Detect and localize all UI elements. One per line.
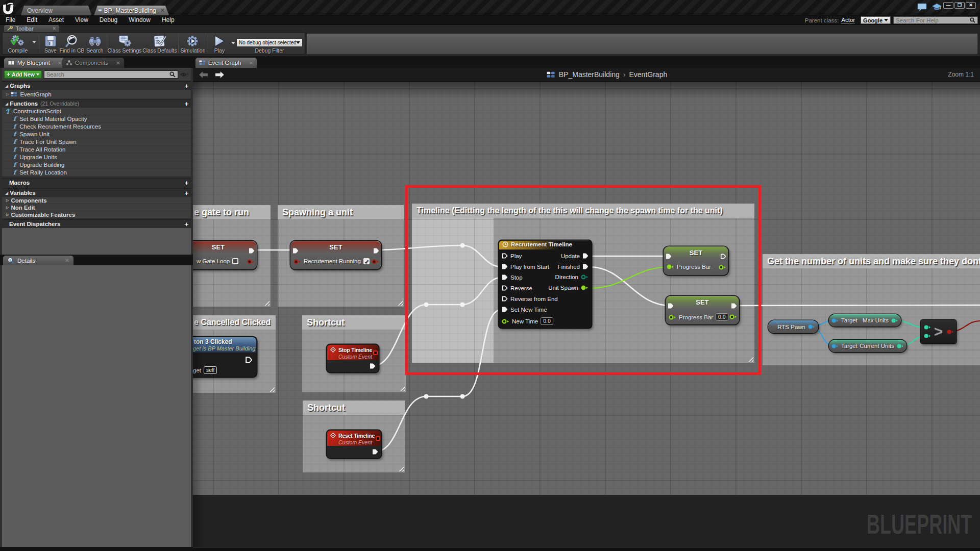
variable-category-customizable[interactable]: ▷Customizable Features [2,211,191,218]
window-tab-overview[interactable]: Overview [21,6,91,15]
tab-components[interactable]: Components ✕ [62,58,124,68]
exec-out-pin[interactable] [731,303,737,309]
expand-arrow-icon[interactable]: ▷ [6,92,9,96]
add-variable-button[interactable]: + [184,189,188,197]
node-set-progress-bar-2[interactable]: SET Progress Bar 0.0 [666,296,739,324]
exec-in-set-new-time[interactable]: Set New Time [502,306,547,313]
variable-category-non-edit[interactable]: ▷Non Edit [2,204,191,211]
expand-arrow-icon[interactable]: ▷ [6,213,9,217]
node-button-3-clicked[interactable]: ton 3 Clicked get is BP Master Building … [193,337,257,377]
debug-object-select[interactable]: No debug object selected [236,38,303,47]
menu-window[interactable]: Window [123,16,156,23]
node-get-max-units[interactable]: Target Max Units [829,314,901,327]
play-button[interactable]: Play [209,34,230,54]
menu-asset[interactable]: Asset [43,16,69,23]
section-variables[interactable]: ◢ Variables + [2,188,191,197]
play-options-chevron[interactable] [231,42,235,44]
exec-in-stop[interactable]: Stop [502,274,523,281]
class-defaults-button[interactable]: Class Defaults [142,34,177,54]
add-macro-button[interactable]: + [184,179,188,187]
float-out-unit-spawn[interactable]: Unit Spawn [548,285,589,291]
node-get-current-units[interactable]: Target Current Units [829,340,906,352]
window-minimize-button[interactable]: — [943,2,953,9]
tab-event-graph[interactable]: Event Graph ✕ [195,58,257,68]
exec-in-reverse[interactable]: Reverse [502,285,532,291]
window-maximize-button[interactable]: ❐ [954,2,965,9]
exec-out-pin[interactable] [245,356,253,364]
float-out-pin[interactable] [729,314,737,319]
node-set-recrutement-running[interactable]: SET Recrutement Running ✓ [290,241,381,269]
add-event-dispatcher-button[interactable]: + [184,220,188,228]
simulation-button[interactable]: Simulation [180,34,206,54]
add-graph-button[interactable]: + [184,82,188,90]
exec-in-play-from-start[interactable]: Play from Start [502,263,549,270]
window-close-button[interactable]: ✕ [966,2,976,9]
function-row[interactable]: fSet Build Material Opacity [2,115,191,123]
function-row[interactable]: fSpawn Unit [2,131,191,138]
node-set-gate-loop[interactable]: SET w Gate Loop [193,241,257,269]
function-row[interactable]: fSet Rally Location [2,169,191,177]
toolbar-tab[interactable]: Toolbar ✕ [4,25,59,32]
search-engine-select[interactable]: Google [861,16,891,24]
progress-bar-value-input[interactable]: 0.0 [716,313,728,321]
float-in-progress-bar[interactable]: Progress Bar [667,264,711,270]
tutorial-cap-icon[interactable] [932,3,942,12]
object-out-pin[interactable] [808,324,815,330]
menu-edit[interactable]: Edit [21,16,43,23]
exec-in-pin[interactable] [292,247,299,254]
tab-details-close-icon[interactable]: ✕ [65,258,69,263]
bool-out-pin[interactable] [947,329,954,335]
gate-loop-checkbox[interactable] [232,258,238,264]
node-stop-timeline[interactable]: Stop Timeline Custom Event [327,344,379,372]
section-event-dispatchers[interactable]: Event Dispatchers + [2,219,191,228]
bool-in-pin[interactable] [293,259,301,264]
tab-details[interactable]: i Details ✕ [3,256,74,265]
float-out-pin[interactable] [719,265,726,270]
exec-in-pin[interactable] [666,253,672,260]
delegate-pin[interactable] [373,350,378,355]
nav-back-icon[interactable] [199,71,209,79]
object-in-pin[interactable] [831,318,839,323]
int-out-pin[interactable] [897,343,904,349]
add-function-button[interactable]: + [184,100,188,108]
find-in-cb-button[interactable]: Find in CB [60,34,84,54]
visibility-filter-icon[interactable] [180,71,189,78]
node-set-progress-bar-1[interactable]: SET Progress Bar [664,246,728,275]
exec-out-update[interactable]: Update [561,253,589,259]
exec-in-play[interactable]: Play [502,253,522,259]
function-row[interactable]: f ConstructionScript [2,108,191,115]
function-row[interactable]: fTrace For Unit Spawn [2,138,191,146]
float-in-progress-bar[interactable]: Progress Bar 0.0 [669,313,728,321]
exec-out-pin[interactable] [372,448,378,455]
int-out-pin[interactable] [891,318,898,323]
blueprint-search-input[interactable]: Search [44,70,178,79]
breadcrumb-current[interactable]: EventGraph [629,70,668,79]
variable-category-components[interactable]: ▷Components [2,197,191,204]
tab-components-close-icon[interactable]: ✕ [116,60,120,66]
search-button[interactable]: Search [84,34,106,54]
enum-out-direction[interactable]: Direction [555,274,589,280]
object-in-pin[interactable] [831,343,839,349]
float-in-new-time[interactable]: New Time 0.0 [502,317,553,325]
exec-out-pin[interactable] [249,247,255,254]
function-row[interactable]: fUpgrade Units [2,154,191,161]
bool-out-pin[interactable] [247,259,255,264]
tab-event-graph-close-icon[interactable]: ✕ [249,60,253,66]
compile-button[interactable]: Compile [4,34,32,54]
bool-out-pin[interactable] [372,259,379,264]
delegate-pin[interactable] [376,436,380,441]
exec-out-pin[interactable] [370,363,376,369]
class-settings-button[interactable]: Class Settings [108,34,141,54]
section-macros[interactable]: Macros + [2,178,191,187]
add-new-button[interactable]: +Add New [4,70,42,79]
section-functions[interactable]: ◢ Functions (21 Overridable) + [2,99,191,108]
tab-close-icon[interactable]: ✕ [160,7,165,14]
breadcrumb-root[interactable]: BP_MasterBuilding [559,70,620,79]
menu-debug[interactable]: Debug [94,16,123,23]
menu-view[interactable]: View [69,16,94,23]
toolbar-tab-close-icon[interactable]: ✕ [52,26,56,31]
menu-help[interactable]: Help [156,16,180,23]
node-recrutement-timeline[interactable]: Recrutement Timeline Play Play from Star… [499,240,592,328]
save-button[interactable]: Save [40,34,61,54]
section-graphs[interactable]: ◢ Graphs + [2,81,191,90]
